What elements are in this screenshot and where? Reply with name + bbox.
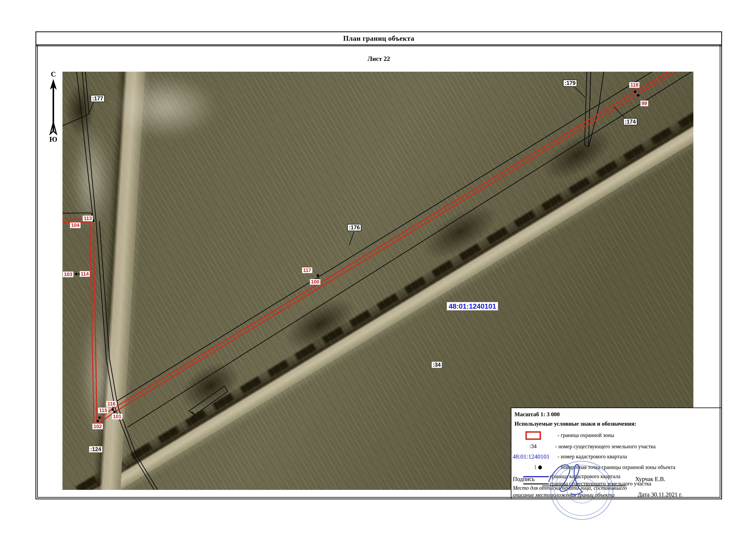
parcel-label: :174	[623, 118, 637, 125]
parcel-label: :34	[432, 362, 442, 368]
turning-point-label: 118	[629, 82, 639, 88]
turning-point-label: 116	[106, 401, 117, 407]
handwritten-signature	[543, 459, 607, 499]
turning-point-label: 115	[98, 408, 108, 413]
parcel-label: :179	[563, 80, 577, 87]
legend-item-label: - граница охранной зоны	[557, 432, 614, 438]
compass-south-label: Ю	[49, 135, 57, 143]
title-divider	[36, 45, 721, 46]
title-band: План границ объекта	[36, 32, 721, 45]
signature-label: Подпись	[513, 475, 535, 482]
compass: С Ю	[46, 70, 61, 143]
turning-point-symbol-number: 1	[534, 464, 537, 470]
parcel-label: :124	[89, 446, 102, 452]
page: План границ объекта Лист 22 С Ю	[0, 0, 756, 535]
turning-point-label: 104	[70, 222, 80, 228]
turning-point-label: 117	[302, 268, 312, 273]
cadastral-quarter-label: 48:01:1240101	[447, 302, 498, 310]
turning-point-label: 101	[112, 414, 122, 419]
turning-point-label: 114	[80, 271, 90, 277]
turning-point-label: 99	[640, 101, 648, 106]
turning-point-label: 100	[310, 279, 320, 285]
turning-point-symbol-dot	[538, 465, 542, 469]
signer-name: Хурчак Е.В.	[635, 475, 665, 482]
sheet-number: Лист 22	[36, 55, 721, 62]
parcel-label: :176	[347, 224, 361, 231]
page-title: План границ объекта	[343, 34, 414, 42]
parcel-label: :177	[91, 95, 105, 102]
protected-zone-symbol	[526, 431, 541, 440]
date-label: Дата 30.11.2021 г.	[638, 491, 682, 498]
turning-point-label: 102	[92, 424, 103, 429]
parcel-number-symbol: :34	[529, 443, 537, 449]
north-arrow-icon	[46, 70, 61, 143]
compass-north-label: С	[51, 70, 56, 78]
turning-point-label: 103	[63, 271, 73, 277]
legend-item-label: - номер существующего земельного участка	[555, 443, 656, 450]
legend-heading: Используемые условные знаки и обозначени…	[514, 420, 636, 427]
map-scale: Масштаб 1: 3 000	[514, 411, 560, 418]
legend-item-label: - номер кадастрового квартала	[557, 454, 627, 460]
turning-point-label: 113	[83, 216, 93, 221]
